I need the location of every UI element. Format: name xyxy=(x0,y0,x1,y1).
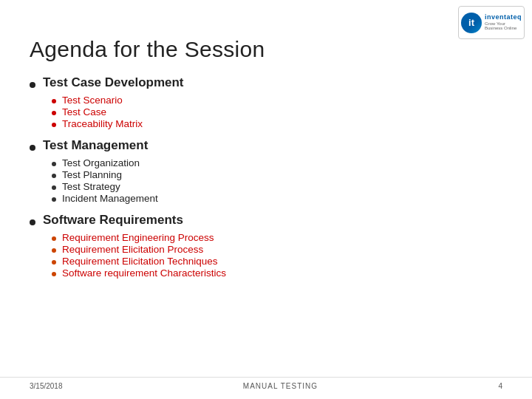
sub-item-label: Test Organization xyxy=(62,157,140,168)
sub-items-2: Test Organization Test Planning Test Str… xyxy=(52,157,502,204)
sub-item-label: Test Scenario xyxy=(62,95,123,106)
section-header-3: Software Requirements xyxy=(43,213,183,228)
list-item: Requirement Engineering Process xyxy=(52,232,502,243)
list-item: Incident Management xyxy=(52,193,502,204)
section-header-row-3: Software Requirements xyxy=(30,213,502,231)
bullet-sub-1-1 xyxy=(52,99,56,103)
sub-item-label: Traceability Matrix xyxy=(62,118,143,129)
sub-item-label: Requirement Engineering Process xyxy=(62,232,214,243)
list-item: Traceability Matrix xyxy=(52,118,502,129)
bullet-sub-3-2 xyxy=(52,248,56,253)
sub-item-label: Software requirement Characteristics xyxy=(62,267,226,279)
section-header-row-2: Test Management xyxy=(30,138,502,156)
bullet-sub-2-2 xyxy=(52,174,56,178)
slide: it inventateq Grow Your Business Online … xyxy=(0,0,532,399)
logo-circle: it xyxy=(461,13,482,33)
bullet-sub-2-4 xyxy=(52,197,56,202)
list-item: Software requirement Characteristics xyxy=(52,267,502,279)
sub-items-1: Test Scenario Test Case Traceability Mat… xyxy=(52,95,502,129)
logo-text: inventateq Grow Your Business Online xyxy=(485,14,522,31)
bullet-main-3 xyxy=(30,219,35,225)
bullet-sub-1-2 xyxy=(52,111,56,115)
slide-title: Agenda for the Session xyxy=(30,37,502,62)
list-item: Test Strategy xyxy=(52,181,502,192)
list-item: Test Planning xyxy=(52,169,502,180)
sub-items-3: Requirement Engineering Process Requirem… xyxy=(52,232,502,279)
logo-tagline: Grow Your Business Online xyxy=(485,21,522,31)
section-test-management: Test Management Test Organization Test P… xyxy=(30,138,502,204)
sub-item-label: Test Planning xyxy=(62,169,122,180)
bullet-sub-3-1 xyxy=(52,236,56,241)
list-item: Test Scenario xyxy=(52,95,502,106)
bullet-sub-3-4 xyxy=(52,272,56,276)
bullet-main-2 xyxy=(30,145,35,151)
section-header-1: Test Case Development xyxy=(43,75,184,90)
logo-area: it inventateq Grow Your Business Online xyxy=(458,6,525,39)
section-header-2: Test Management xyxy=(43,138,148,153)
list-item: Test Case xyxy=(52,106,502,117)
section-software-requirements: Software Requirements Requirement Engine… xyxy=(30,213,502,279)
footer-date: 3/15/2018 xyxy=(30,382,63,390)
sub-item-label: Incident Management xyxy=(62,193,158,204)
footer-page: 4 xyxy=(498,382,502,390)
section-header-row-1: Test Case Development xyxy=(30,75,502,93)
list-item: Test Organization xyxy=(52,157,502,168)
sub-item-label: Requirement Elicitation Process xyxy=(62,244,203,255)
footer-center: MANUAL TESTING xyxy=(243,382,318,390)
sub-item-label: Requirement Elicitation Techniques xyxy=(62,256,218,267)
list-item: Requirement Elicitation Techniques xyxy=(52,256,502,267)
footer: 3/15/2018 MANUAL TESTING 4 xyxy=(0,377,532,390)
sub-item-label: Test Strategy xyxy=(62,181,120,192)
bullet-main-1 xyxy=(30,82,35,88)
sub-item-label: Test Case xyxy=(62,106,106,117)
list-item: Requirement Elicitation Process xyxy=(52,244,502,255)
brand-name: inventateq xyxy=(485,14,522,21)
bullet-sub-2-1 xyxy=(52,162,56,166)
logo-letter: it xyxy=(468,17,474,28)
bullet-sub-1-3 xyxy=(52,123,56,127)
section-test-case-dev: Test Case Development Test Scenario Test… xyxy=(30,75,502,129)
bullet-sub-3-3 xyxy=(52,260,56,265)
bullet-sub-2-3 xyxy=(52,185,56,190)
